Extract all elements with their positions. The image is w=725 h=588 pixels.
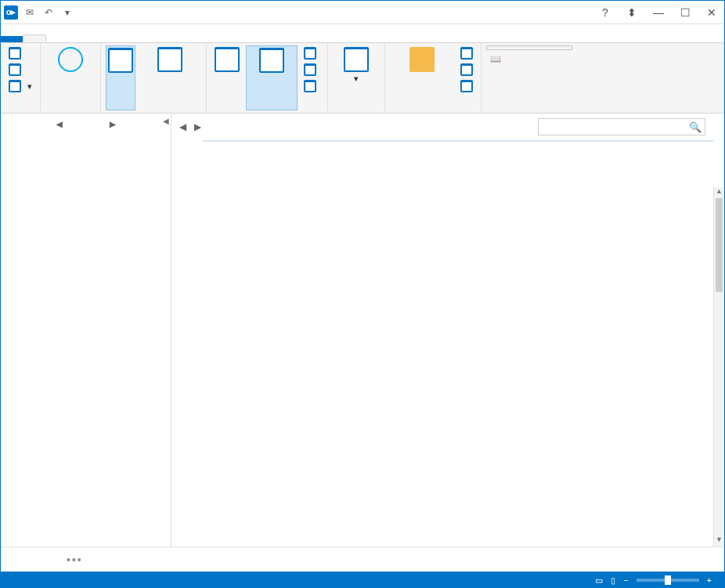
week2-icon — [304, 47, 316, 60]
share-opt1-button[interactable] — [457, 45, 476, 61]
ribbon-group-share — [385, 43, 482, 113]
minimize-button[interactable]: — — [649, 5, 668, 20]
scroll-thumb[interactable] — [716, 198, 723, 292]
calendar-search-input[interactable] — [542, 122, 689, 132]
month-icon — [304, 63, 316, 76]
ribbon: ▾ ▾ — [1, 43, 724, 114]
manage-calendars-button[interactable]: ▾ — [333, 45, 380, 102]
qa-send-receive-icon[interactable]: ✉ — [23, 5, 37, 20]
minical-may — [4, 138, 168, 141]
new-appointment-button[interactable] — [5, 45, 35, 61]
share2-icon — [460, 63, 473, 76]
calendar-content: ◀ ▶ 🔍 ▲ ▼ — [171, 114, 724, 547]
month-view-button[interactable] — [301, 62, 323, 78]
today-icon — [108, 48, 133, 73]
scroll-down[interactable]: ▼ — [714, 536, 724, 547]
share3-icon — [460, 80, 473, 92]
cal-next[interactable]: ▶ — [194, 121, 201, 132]
minical-april: ◀▶ — [4, 118, 168, 130]
outlook-icon: o▸ — [4, 5, 18, 20]
meeting-icon — [9, 63, 21, 76]
minical-next[interactable]: ▶ — [110, 120, 116, 128]
ribbon-group-skype — [41, 43, 101, 113]
items-icon — [9, 80, 21, 92]
calendar-scrollbar[interactable]: ▲ ▼ — [713, 187, 724, 547]
day-view-button[interactable] — [211, 45, 243, 110]
sidebar-collapse[interactable]: ◀ — [163, 117, 169, 125]
share1-icon — [460, 47, 473, 60]
week-icon — [157, 47, 182, 72]
manage-icon — [344, 47, 369, 72]
qa-undo-icon[interactable]: ↶ — [41, 5, 56, 20]
ribbon-tabs — [1, 24, 724, 43]
scroll-up[interactable]: ▲ — [714, 187, 724, 198]
ribbon-group-manage: ▾ — [328, 43, 385, 113]
title-bar: o▸ ✉ ↶ ▾ ? ⬍ — ☐ ✕ — [1, 1, 724, 24]
addressbook-icon: 📖 — [489, 52, 502, 65]
share-opt2-button[interactable] — [457, 62, 476, 78]
ribbon-group-arrange — [207, 43, 328, 113]
ribbon-group-goto — [101, 43, 207, 113]
cal-prev[interactable]: ◀ — [179, 121, 186, 132]
ribbon-options-button[interactable]: ⬍ — [622, 5, 641, 20]
bottom-nav: ••• — [1, 547, 724, 572]
status-view-normal[interactable]: ▭ — [595, 575, 603, 586]
minical-prev[interactable]: ◀ — [56, 120, 63, 128]
search-people-input[interactable] — [486, 45, 572, 50]
new-meeting-button[interactable] — [5, 62, 35, 78]
week-view-button[interactable] — [301, 45, 323, 61]
day-icon — [215, 47, 240, 72]
share-opt3-button[interactable] — [457, 78, 476, 94]
schedule-icon — [304, 80, 316, 92]
schedule-view-button[interactable] — [301, 78, 323, 94]
tab-send-receive[interactable] — [46, 36, 68, 42]
addressbook-button[interactable]: 📖 — [486, 51, 572, 67]
workweek-view-button[interactable] — [246, 45, 298, 110]
calendar-search[interactable]: 🔍 — [538, 118, 705, 135]
skype-meeting-button[interactable] — [45, 45, 96, 110]
today-button[interactable] — [106, 45, 135, 110]
nav-more[interactable]: ••• — [67, 554, 83, 566]
close-button[interactable]: ✕ — [702, 5, 721, 20]
status-bar: ▭ ▯ − + — [1, 572, 724, 588]
tab-start[interactable] — [23, 34, 46, 42]
ribbon-group-search: 📖 — [482, 43, 724, 113]
tab-view[interactable] — [90, 36, 112, 42]
search-icon[interactable]: 🔍 — [689, 121, 702, 133]
tab-file[interactable] — [1, 36, 23, 42]
zoom-slider[interactable] — [637, 579, 699, 582]
status-view-reading[interactable]: ▯ — [611, 575, 615, 586]
calendar-icon — [9, 47, 21, 60]
send-calendar-email-button[interactable] — [390, 45, 454, 110]
next7days-button[interactable] — [139, 45, 201, 110]
workweek-icon — [259, 48, 284, 73]
mail-icon — [409, 47, 435, 72]
new-items-button[interactable]: ▾ — [5, 78, 35, 94]
maximize-button[interactable]: ☐ — [676, 5, 694, 20]
help-button[interactable]: ? — [596, 5, 615, 20]
sidebar: ◀ ◀▶ — [1, 114, 171, 547]
skype-icon — [58, 47, 83, 72]
qa-customize-icon[interactable]: ▾ — [60, 5, 74, 20]
tab-folder[interactable] — [68, 36, 90, 42]
ribbon-group-new: ▾ — [1, 43, 41, 113]
